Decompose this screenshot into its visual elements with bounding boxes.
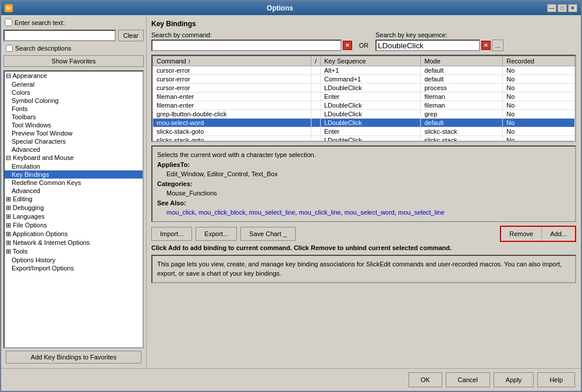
col-recorded: Recorded xyxy=(503,56,575,66)
tree-item-general[interactable]: General xyxy=(5,80,143,88)
col-sep: / xyxy=(311,56,320,66)
link-mou-click-block[interactable]: mou_click_block xyxy=(198,209,246,216)
search-sequence-input[interactable] xyxy=(375,40,480,51)
table-row[interactable]: slickc-stack-gotoLDoubleClickslickc-stac… xyxy=(153,136,575,142)
table-row[interactable]: grep-lbutton-double-clickLDoubleClickgre… xyxy=(153,110,575,119)
help-button[interactable]: Help xyxy=(537,372,575,387)
sequence-browse-button[interactable]: … xyxy=(492,40,503,51)
tree-item-network-options[interactable]: ⊞ Network & Internet Options xyxy=(5,238,143,247)
sidebar: Enter search text: Clear Search descript… xyxy=(1,15,147,368)
search-input[interactable] xyxy=(3,30,116,41)
clear-button[interactable]: Clear xyxy=(118,30,144,41)
tree-item-appearance[interactable]: ⊟ Appearance xyxy=(5,72,143,80)
tree-item-preview-tool-window[interactable]: Preview Tool Window xyxy=(5,129,143,137)
hint-text: Click Add to add binding to current comm… xyxy=(151,244,576,251)
tree-item-advanced-keyboard[interactable]: Advanced xyxy=(5,187,143,195)
table-row[interactable]: cursor-errorLDoubleClickprocessNo xyxy=(153,84,575,92)
tree-item-editing[interactable]: ⊞ Editing xyxy=(5,195,143,204)
tree-item-emulation[interactable]: Emulation xyxy=(5,162,143,170)
search-descriptions-checkbox[interactable] xyxy=(6,45,13,52)
export-button[interactable]: Export... xyxy=(196,227,237,241)
search-descriptions-label: Search descriptions xyxy=(15,45,72,52)
table-row[interactable]: fileman-enterEnterfilemanNo xyxy=(153,92,575,101)
tree-item-export-import[interactable]: Export/Import Options xyxy=(5,264,143,272)
ok-button[interactable]: OK xyxy=(409,372,442,387)
link-mou-select-line-2[interactable]: mou_select_line xyxy=(398,209,445,216)
title-bar: S! Options — □ ✕ xyxy=(1,1,581,15)
add-favorites-button[interactable]: Add Key Bindings to Favorites xyxy=(6,351,141,364)
desc-applies-to-value: Edit_Window, Editor_Control, Text_Box xyxy=(157,169,570,179)
tree-item-redefine-common-keys[interactable]: Redefine Common Keys xyxy=(5,179,143,187)
search-sequence-group: Search by key sequence: ✕ … xyxy=(375,31,576,51)
main-content: Enter search text: Clear Search descript… xyxy=(1,15,581,368)
tree-item-languages[interactable]: ⊞ Languages xyxy=(5,212,143,221)
tree-item-tool-windows[interactable]: Tool Windows xyxy=(5,121,143,129)
maximize-button[interactable]: □ xyxy=(558,4,567,12)
search-desc-row: Search descriptions xyxy=(3,44,144,53)
search-icon-checkbox[interactable] xyxy=(5,19,12,26)
link-mou-select-line-1[interactable]: mou_select_line xyxy=(249,209,296,216)
add-button[interactable]: Add... xyxy=(542,227,575,241)
title-bar-controls: — □ ✕ xyxy=(547,4,577,12)
link-mou-click[interactable]: mou_click xyxy=(166,209,195,216)
bottom-bar: OK Cancel Apply Help xyxy=(1,368,581,391)
import-button[interactable]: Import... xyxy=(151,227,192,241)
bindings-table: Command / Key Sequence Mode Recorded cur… xyxy=(152,56,575,142)
section-title: Key Bindings xyxy=(151,20,576,28)
tree: ⊟ Appearance General Colors Symbol Color… xyxy=(3,70,144,348)
tree-item-application-options[interactable]: ⊞ Application Options xyxy=(5,230,143,238)
bindings-table-container: Command / Key Sequence Mode Recorded cur… xyxy=(151,55,576,142)
search-row: Enter search text: xyxy=(3,17,144,27)
app-icon: S! xyxy=(5,4,13,12)
tree-item-key-bindings[interactable]: Key Bindings xyxy=(5,170,143,179)
table-row[interactable]: fileman-enterLDoubleClickfilemanNo xyxy=(153,101,575,110)
save-chart-button[interactable]: Save Chart _ xyxy=(240,227,295,241)
close-button[interactable]: ✕ xyxy=(568,4,577,12)
link-mou-select-word[interactable]: mou_select_word xyxy=(345,209,395,216)
content-area: Key Bindings Search by command: ✕ OR Sea… xyxy=(147,15,581,368)
search-command-label: Search by command: xyxy=(151,31,352,38)
minimize-button[interactable]: — xyxy=(547,4,556,12)
desc-applies-to: AppliesTo: xyxy=(157,160,570,170)
remove-add-group: Remove Add... xyxy=(500,226,576,242)
table-row[interactable]: cursor-errorCommand+1defaultNo xyxy=(153,75,575,84)
search-command-group: Search by command: ✕ xyxy=(151,31,352,51)
tree-item-toolbars[interactable]: Toolbars xyxy=(5,113,143,121)
tree-item-fonts[interactable]: Fonts xyxy=(5,105,143,113)
desc-categories-value: Mouse_Functions xyxy=(157,188,570,198)
link-mou-click-line[interactable]: mou_click_line xyxy=(299,209,340,216)
show-favorites-button[interactable]: Show Favorites xyxy=(3,55,144,67)
desc-categories: Categories: xyxy=(157,179,570,189)
cancel-button[interactable]: Cancel xyxy=(446,372,490,387)
title-bar-left: S! xyxy=(5,4,13,12)
table-row[interactable]: cursor-errorAlt+1defaultNo xyxy=(153,66,575,75)
table-row-selected[interactable]: mou-select-wordLDoubleClickdefaultNo xyxy=(153,119,575,127)
tree-item-keyboard-mouse[interactable]: ⊟ Keyboard and Mouse xyxy=(5,154,143,162)
remove-button[interactable]: Remove xyxy=(501,227,542,241)
col-mode: Mode xyxy=(421,56,503,66)
desc-summary: Selects the current word with a characte… xyxy=(157,150,570,160)
search-command-input[interactable] xyxy=(151,40,342,51)
apply-button[interactable]: Apply xyxy=(494,372,534,387)
action-buttons: Import... Export... Save Chart _ Remove … xyxy=(151,226,576,242)
tree-item-special-characters[interactable]: Special Characters xyxy=(5,137,143,145)
tree-item-file-options[interactable]: ⊞ File Options xyxy=(5,221,143,230)
tree-item-debugging[interactable]: ⊞ Debugging xyxy=(5,204,143,212)
clear-sequence-button[interactable]: ✕ xyxy=(481,41,491,50)
tree-item-symbol-coloring[interactable]: Symbol Coloring xyxy=(5,97,143,105)
tree-item-tools[interactable]: ⊞ Tools xyxy=(5,247,143,256)
info-box: This page lets you view, create, and man… xyxy=(151,255,576,283)
search-sequence-label: Search by key sequence: xyxy=(375,31,576,38)
or-label: OR xyxy=(357,40,371,51)
options-window: S! Options — □ ✕ Enter search text: Clea… xyxy=(0,0,582,392)
search-label: Enter search text: xyxy=(15,19,65,26)
desc-see-also: See Also: xyxy=(157,198,570,208)
description-box: Selects the current word with a characte… xyxy=(151,145,576,222)
tree-item-advanced-appearance[interactable]: Advanced xyxy=(5,145,143,154)
tree-item-options-history[interactable]: Options History xyxy=(5,256,143,264)
clear-command-button[interactable]: ✕ xyxy=(343,41,352,50)
desc-see-also-links: mou_click, mou_click_block, mou_select_l… xyxy=(157,208,570,218)
table-row[interactable]: slickc-stack-gotoEnterslickc-stackNo xyxy=(153,127,575,136)
sidebar-bottom: Add Key Bindings to Favorites xyxy=(3,348,144,366)
tree-item-colors[interactable]: Colors xyxy=(5,88,143,97)
